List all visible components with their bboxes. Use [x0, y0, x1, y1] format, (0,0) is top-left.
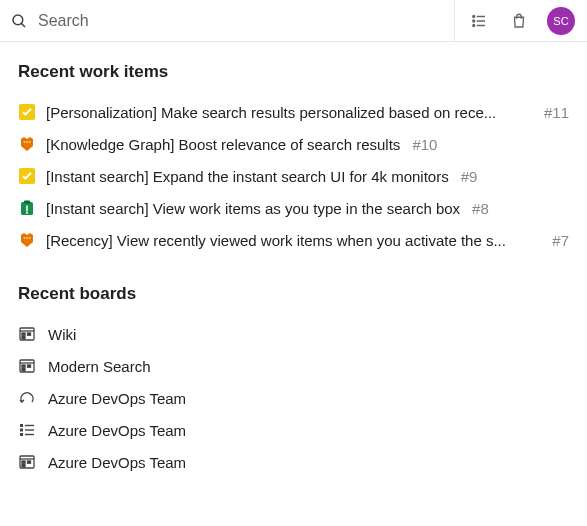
- svg-point-9: [24, 141, 26, 143]
- svg-rect-34: [20, 433, 23, 436]
- sprint-icon: [18, 389, 36, 407]
- board-title: Modern Search: [48, 358, 151, 375]
- boards-list: Wiki Modern Search: [18, 318, 569, 478]
- svg-point-16: [26, 212, 28, 214]
- svg-point-10: [26, 141, 28, 143]
- work-item-title: [Recency] View recently viewed work item…: [46, 232, 506, 249]
- svg-point-17: [24, 237, 26, 239]
- work-item-title: [Instant search] View work items as you …: [46, 200, 460, 217]
- work-item-id: #9: [461, 168, 478, 185]
- svg-rect-14: [24, 201, 30, 204]
- search-icon: [10, 12, 28, 30]
- section-recent-work-items: Recent work items [Personalization] Make…: [18, 62, 569, 256]
- section-header-boards: Recent boards: [18, 284, 569, 304]
- taskboard-icon: [18, 325, 36, 343]
- shopping-bag-icon[interactable]: [503, 5, 535, 37]
- work-item-id: #11: [544, 104, 569, 121]
- taskboard-icon: [18, 453, 36, 471]
- svg-rect-39: [22, 465, 25, 467]
- section-header-work-items: Recent work items: [18, 62, 569, 82]
- board-title: Azure DevOps Team: [48, 422, 186, 439]
- svg-line-1: [21, 23, 25, 27]
- testcase-icon: [18, 199, 36, 217]
- board-title: Wiki: [48, 326, 76, 343]
- work-item-title: [Instant search] Expand the instant sear…: [46, 168, 449, 185]
- work-item-id: #8: [472, 200, 489, 217]
- board-row[interactable]: Azure DevOps Team: [18, 382, 569, 414]
- work-item-id: #10: [412, 136, 437, 153]
- board-row[interactable]: Modern Search: [18, 350, 569, 382]
- work-item-id: #7: [552, 232, 569, 249]
- svg-rect-31: [25, 425, 34, 426]
- svg-point-6: [473, 24, 475, 26]
- taskboard-icon: [18, 357, 36, 375]
- task-icon: [18, 103, 36, 121]
- svg-rect-35: [25, 434, 34, 435]
- svg-rect-24: [28, 333, 31, 335]
- svg-rect-28: [22, 369, 25, 371]
- search-container: [0, 0, 455, 41]
- svg-point-0: [13, 15, 23, 25]
- board-title: Azure DevOps Team: [48, 390, 186, 407]
- task-icon: [18, 167, 36, 185]
- work-item-row[interactable]: [Knowledge Graph] Boost relevance of sea…: [18, 128, 569, 160]
- search-input[interactable]: [34, 6, 444, 36]
- svg-point-19: [29, 237, 31, 239]
- avatar-initials: SC: [553, 15, 568, 27]
- section-recent-boards: Recent boards Wiki: [18, 284, 569, 478]
- work-item-row[interactable]: [Instant search] View work items as you …: [18, 192, 569, 224]
- content: Recent work items [Personalization] Make…: [0, 42, 587, 488]
- queries-icon[interactable]: [463, 5, 495, 37]
- svg-rect-40: [28, 461, 31, 463]
- svg-point-2: [473, 15, 475, 17]
- work-item-row[interactable]: [Recency] View recently viewed work item…: [18, 224, 569, 256]
- svg-rect-22: [22, 333, 25, 335]
- epic-icon: [18, 135, 36, 153]
- board-title: Azure DevOps Team: [48, 454, 186, 471]
- svg-rect-30: [20, 424, 23, 427]
- board-row[interactable]: Azure DevOps Team: [18, 414, 569, 446]
- svg-point-4: [473, 20, 475, 22]
- work-item-title: [Knowledge Graph] Boost relevance of sea…: [46, 136, 400, 153]
- svg-rect-32: [20, 429, 23, 432]
- topbar: SC: [0, 0, 587, 42]
- svg-rect-15: [26, 206, 28, 212]
- work-item-row[interactable]: [Instant search] Expand the instant sear…: [18, 160, 569, 192]
- epic-icon: [18, 231, 36, 249]
- board-row[interactable]: Azure DevOps Team: [18, 446, 569, 478]
- work-item-title: [Personalization] Make search results pe…: [46, 104, 496, 121]
- work-item-row[interactable]: [Personalization] Make search results pe…: [18, 96, 569, 128]
- board-row[interactable]: Wiki: [18, 318, 569, 350]
- svg-point-18: [26, 237, 28, 239]
- avatar[interactable]: SC: [547, 7, 575, 35]
- svg-rect-23: [22, 337, 25, 339]
- svg-rect-29: [28, 365, 31, 367]
- work-items-list: [Personalization] Make search results pe…: [18, 96, 569, 256]
- svg-point-11: [29, 141, 31, 143]
- backlog-icon: [18, 421, 36, 439]
- svg-rect-33: [25, 429, 34, 430]
- svg-rect-38: [22, 461, 25, 463]
- svg-rect-27: [22, 365, 25, 367]
